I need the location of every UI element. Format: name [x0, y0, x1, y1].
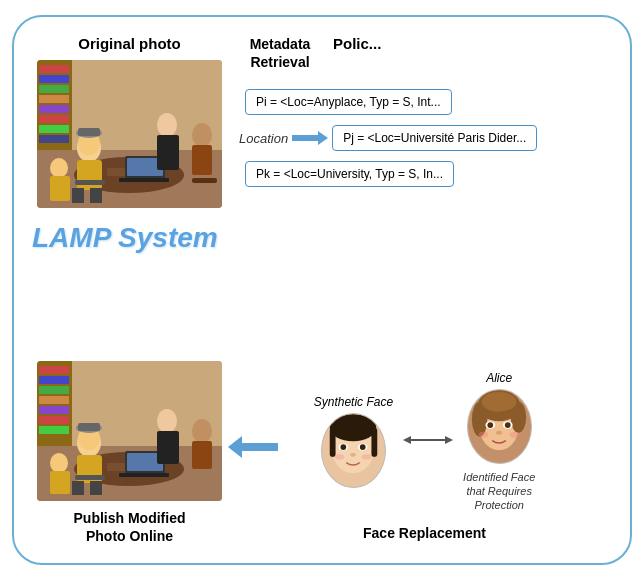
svg-rect-68 — [371, 428, 377, 457]
alice-label: Alice — [486, 371, 512, 385]
lamp-system-label: LAMP System — [32, 222, 218, 254]
svg-rect-52 — [90, 481, 102, 495]
svg-marker-32 — [292, 131, 328, 145]
svg-point-61 — [50, 453, 68, 473]
policy-box-pj: Pj = <Loc=Université Paris Dider... — [332, 125, 537, 151]
svg-rect-3 — [39, 65, 69, 73]
svg-marker-77 — [403, 436, 411, 444]
svg-rect-40 — [39, 406, 69, 414]
svg-point-30 — [50, 158, 68, 178]
svg-rect-31 — [50, 176, 70, 201]
svg-point-26 — [192, 123, 212, 147]
svg-point-72 — [360, 444, 366, 450]
svg-rect-28 — [75, 180, 105, 185]
svg-point-86 — [487, 422, 493, 428]
svg-rect-59 — [192, 441, 212, 469]
synthetic-face-item: Synthetic Face — [314, 395, 393, 488]
publish-section: Publish Modified Photo Online — [32, 361, 227, 545]
location-arrow-icon — [292, 128, 328, 148]
svg-rect-57 — [157, 431, 179, 464]
svg-rect-23 — [78, 128, 100, 136]
publish-photo-image — [37, 361, 222, 501]
svg-rect-55 — [78, 423, 100, 431]
top-content: Original photo — [14, 17, 630, 208]
original-photo-section: Original photo — [32, 35, 227, 208]
svg-point-90 — [478, 431, 488, 437]
svg-rect-18 — [77, 160, 102, 190]
svg-point-73 — [350, 453, 356, 457]
svg-rect-4 — [39, 75, 69, 83]
svg-point-84 — [481, 392, 516, 411]
face-replacement-title: Face Replacement — [363, 525, 486, 541]
svg-rect-39 — [39, 396, 69, 404]
alice-face-image — [467, 389, 532, 464]
synthetic-face-image — [321, 413, 386, 488]
metadata-retrieval-title: Metadata Retrieval — [250, 35, 311, 71]
publish-title: Publish Modified Photo Online — [74, 509, 186, 545]
svg-marker-63 — [228, 436, 278, 458]
policy-box-pk: Pk = <Loc=University, Typ = S, In... — [245, 161, 454, 187]
original-photo-title: Original photo — [78, 35, 181, 52]
svg-rect-67 — [330, 428, 336, 457]
svg-rect-42 — [39, 426, 69, 434]
svg-rect-27 — [192, 145, 212, 175]
svg-rect-20 — [90, 188, 102, 203]
svg-rect-37 — [39, 376, 69, 384]
svg-rect-51 — [72, 481, 84, 495]
svg-rect-5 — [39, 85, 69, 93]
synthetic-face-label: Synthetic Face — [314, 395, 393, 409]
svg-rect-29 — [192, 178, 217, 183]
svg-rect-36 — [39, 366, 69, 374]
identified-face-label: Identified Face that Requires Protection — [463, 470, 535, 513]
svg-rect-38 — [39, 386, 69, 394]
policy-title: Polic... — [333, 35, 381, 52]
svg-point-75 — [362, 454, 372, 460]
metadata-policies-section: Metadata Retrieval Polic... Pi = <Loc=An… — [235, 35, 612, 187]
svg-rect-60 — [75, 475, 105, 480]
svg-point-58 — [192, 419, 212, 443]
svg-point-24 — [157, 113, 177, 137]
svg-rect-8 — [39, 115, 69, 123]
svg-marker-78 — [445, 436, 453, 444]
svg-rect-25 — [157, 135, 179, 170]
svg-point-56 — [157, 409, 177, 433]
alice-face-item: Alice — [463, 371, 535, 513]
svg-rect-16 — [119, 178, 169, 182]
svg-rect-19 — [72, 188, 84, 203]
svg-point-88 — [505, 422, 511, 428]
svg-point-70 — [340, 444, 346, 450]
bottom-row: Publish Modified Photo Online Synthetic … — [32, 361, 612, 545]
svg-rect-7 — [39, 105, 69, 113]
big-left-arrow-icon — [228, 433, 278, 465]
location-label: Location — [239, 131, 288, 146]
original-photo-image — [37, 60, 222, 208]
svg-rect-6 — [39, 95, 69, 103]
policy-box-pi: Pi = <Loc=Anyplace, Typ = S, Int... — [245, 89, 452, 115]
svg-point-74 — [335, 454, 345, 460]
faces-row: Synthetic Face — [314, 371, 536, 513]
svg-rect-48 — [119, 473, 169, 477]
svg-rect-41 — [39, 416, 69, 424]
face-swap-arrow-icon — [403, 430, 453, 454]
main-container: Original photo — [12, 15, 632, 565]
svg-point-91 — [509, 431, 519, 437]
face-replacement-section: Synthetic Face — [237, 361, 612, 541]
svg-point-89 — [496, 430, 502, 434]
svg-rect-10 — [39, 135, 69, 143]
svg-point-66 — [330, 414, 377, 441]
svg-rect-9 — [39, 125, 69, 133]
svg-rect-62 — [50, 471, 70, 494]
